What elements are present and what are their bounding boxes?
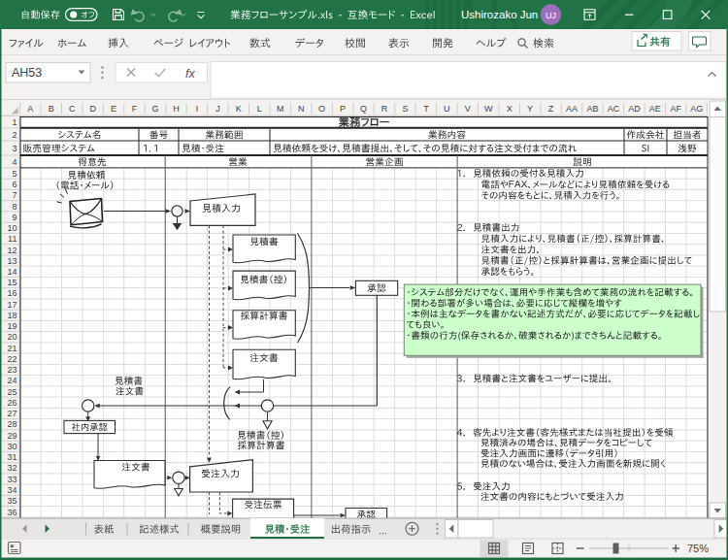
svg-text:AB: AB — [586, 104, 598, 114]
svg-text:Y: Y — [527, 104, 533, 114]
svg-text:X: X — [507, 104, 513, 114]
svg-text:AF: AF — [671, 104, 682, 114]
svg-text:6: 6 — [12, 180, 17, 189]
svg-text:22: 22 — [7, 354, 17, 364]
svg-text:C: C — [69, 104, 76, 114]
svg-text:27: 27 — [7, 409, 17, 418]
svg-text:5: 5 — [12, 169, 17, 179]
svg-text:K: K — [236, 104, 242, 114]
svg-text:16: 16 — [7, 288, 17, 298]
svg-text:19: 19 — [7, 321, 17, 331]
svg-text:S: S — [402, 104, 408, 114]
svg-text:30: 30 — [7, 442, 17, 451]
svg-text:T: T — [423, 104, 429, 114]
svg-text:J: J — [215, 104, 220, 114]
svg-text:D: D — [89, 104, 96, 114]
svg-text:32: 32 — [7, 463, 17, 473]
svg-text:I: I — [196, 104, 199, 114]
svg-text:H: H — [173, 104, 180, 114]
svg-text:AC: AC — [608, 104, 620, 114]
svg-text:75%: 75% — [687, 543, 709, 554]
svg-text:UJ: UJ — [546, 11, 556, 20]
svg-text:7: 7 — [12, 190, 17, 200]
svg-text:21: 21 — [7, 344, 17, 353]
svg-text:E: E — [111, 104, 116, 114]
svg-text:17: 17 — [7, 300, 17, 310]
svg-text:G: G — [151, 104, 158, 114]
svg-text:A: A — [27, 104, 33, 114]
svg-text:fx: fx — [185, 67, 195, 81]
svg-text:33: 33 — [7, 475, 17, 484]
svg-text:3: 3 — [12, 144, 17, 153]
svg-text:15: 15 — [7, 278, 17, 287]
svg-text:8: 8 — [12, 202, 17, 212]
svg-text:L: L — [257, 104, 262, 114]
svg-text:14: 14 — [7, 267, 17, 277]
svg-text:4: 4 — [12, 157, 17, 167]
svg-text:28: 28 — [7, 419, 17, 429]
svg-text:24: 24 — [7, 376, 17, 385]
svg-text:2: 2 — [12, 130, 17, 140]
svg-text:N: N — [298, 104, 305, 114]
svg-text:Ushirozako Jun: Ushirozako Jun — [461, 9, 538, 20]
svg-text:Q: Q — [360, 104, 367, 114]
svg-text:P: P — [340, 104, 346, 114]
svg-text:29: 29 — [7, 431, 17, 441]
svg-text:R: R — [381, 104, 388, 114]
svg-text:18: 18 — [7, 311, 17, 320]
svg-text:AA: AA — [566, 104, 578, 114]
svg-text:Z: Z — [548, 104, 554, 114]
svg-text:20: 20 — [7, 332, 17, 342]
svg-text:M: M — [277, 104, 284, 114]
svg-text:V: V — [465, 104, 471, 114]
svg-text:9: 9 — [12, 213, 17, 222]
svg-text:31: 31 — [7, 452, 17, 462]
svg-text:AD: AD — [628, 104, 641, 114]
svg-text:13: 13 — [7, 256, 17, 266]
svg-text:F: F — [132, 104, 138, 114]
svg-text:W: W — [484, 104, 493, 114]
svg-text:26: 26 — [7, 398, 17, 408]
svg-text:23: 23 — [7, 365, 17, 375]
svg-text:36: 36 — [7, 508, 17, 517]
svg-text:11: 11 — [8, 234, 17, 244]
svg-text:AG: AG — [690, 104, 703, 114]
svg-text:1: 1 — [12, 117, 17, 127]
svg-text:10: 10 — [7, 223, 17, 233]
svg-text:34: 34 — [7, 485, 17, 495]
svg-text:25: 25 — [7, 387, 17, 397]
svg-text:35: 35 — [7, 496, 17, 506]
svg-text:U: U — [444, 104, 450, 114]
svg-text:O: O — [318, 104, 325, 114]
svg-text:B: B — [49, 104, 54, 114]
svg-text:AE: AE — [649, 104, 661, 114]
svg-text:12: 12 — [7, 246, 17, 255]
svg-text:AH53: AH53 — [12, 66, 42, 80]
